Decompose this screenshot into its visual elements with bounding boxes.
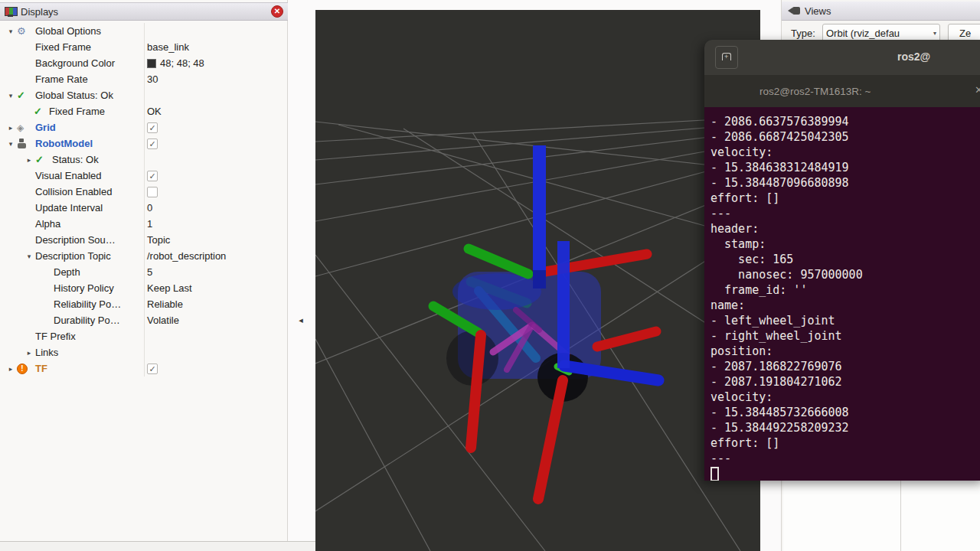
row-global-options[interactable]: ▾ ⚙ Global Options: [0, 23, 288, 39]
grid-display-icon: ◈: [17, 123, 24, 132]
row-visual-enabled[interactable]: Visual Enabled: [0, 168, 288, 184]
render-viewport-3d[interactable]: [315, 10, 760, 551]
terminal-output[interactable]: - 2086.6637576389994 - 2086.668742504230…: [704, 107, 980, 481]
terminal-headerbar[interactable]: ros2@: [704, 40, 980, 75]
row-value[interactable]: 5: [147, 264, 152, 280]
row-value[interactable]: Topic: [147, 232, 170, 248]
row-alpha[interactable]: Alpha 1: [0, 216, 288, 232]
row-value[interactable]: 0: [147, 200, 152, 216]
chevron-right-icon[interactable]: ▸: [5, 124, 17, 132]
row-label: TF: [35, 363, 47, 374]
panel-splitter[interactable]: [289, 0, 315, 541]
row-label: Collision Enabled: [35, 186, 112, 197]
row-value[interactable]: /robot_description: [147, 248, 226, 264]
close-icon[interactable]: ✕: [271, 5, 283, 18]
row-label: Global Options: [35, 25, 101, 37]
terminal-line: position:: [710, 344, 980, 359]
row-fixed-frame-status[interactable]: ✓ Fixed Frame OK: [0, 103, 288, 119]
chevron-down-icon[interactable]: ▾: [23, 253, 35, 260]
row-value[interactable]: Volatile: [147, 312, 179, 328]
row-global-status[interactable]: ▾ ✓ Global Status: Ok: [0, 87, 288, 103]
row-label: Description Sou…: [35, 234, 116, 246]
row-update-interval[interactable]: Update Interval 0: [0, 200, 288, 216]
terminal-tab-label[interactable]: ros2@ros2-TM1613R: ~: [760, 86, 871, 97]
row-label: Durability Po…: [54, 315, 120, 326]
status-ok-icon: ✓: [17, 90, 25, 100]
row-status-ok[interactable]: ▸ ✓ Status: Ok: [0, 152, 288, 168]
chevron-down-icon[interactable]: ▾: [5, 28, 17, 35]
terminal-line: header:: [710, 221, 980, 236]
row-history-policy[interactable]: History Policy Keep Last: [0, 280, 288, 296]
terminal-line: sec: 165: [710, 252, 980, 267]
terminal-tab-bar[interactable]: ros2@ros2-TM1613R: ~ ✕: [704, 75, 980, 107]
robotmodel-enabled-checkbox[interactable]: [147, 139, 158, 149]
new-tab-button[interactable]: [715, 46, 738, 69]
robot-scene: [315, 10, 760, 551]
chevron-right-icon[interactable]: ▸: [5, 365, 17, 373]
terminal-line: ---: [710, 206, 980, 221]
row-tf-prefix[interactable]: TF Prefix: [0, 328, 288, 344]
row-depth[interactable]: Depth 5: [0, 264, 288, 280]
row-label: History Policy: [54, 282, 114, 294]
type-label: Type:: [791, 28, 815, 39]
row-value[interactable]: Keep Last: [147, 280, 192, 296]
terminal-line: - 2087.191804271062: [710, 374, 980, 390]
row-tf[interactable]: ▸ ! TF: [0, 360, 288, 377]
collapse-panel-icon[interactable]: ◂: [296, 312, 306, 328]
chevron-down-icon[interactable]: ▾: [5, 140, 17, 148]
row-label: Status: Ok: [52, 154, 99, 165]
row-robotmodel[interactable]: ▾ RobotModel: [0, 135, 288, 152]
grid-enabled-checkbox[interactable]: [147, 122, 158, 133]
row-label: Alpha: [35, 218, 60, 230]
chevron-right-icon[interactable]: ▸: [23, 349, 35, 357]
collision-enabled-checkbox[interactable]: [147, 187, 158, 197]
row-description-topic[interactable]: ▾ Description Topic /robot_description: [0, 248, 288, 264]
displays-property-tree: ▾ ⚙ Global Options Fixed Frame base_link…: [0, 23, 288, 377]
terminal-window[interactable]: ros2@ ros2@ros2-TM1613R: ~ ✕ - 2086.6637…: [704, 40, 980, 481]
row-label: Reliability Po…: [54, 298, 121, 310]
color-swatch: [147, 59, 156, 68]
row-label: Frame Rate: [35, 73, 88, 85]
visual-enabled-checkbox[interactable]: [147, 171, 158, 181]
chevron-down-icon[interactable]: ▾: [5, 92, 17, 99]
robot-model: [433, 145, 658, 499]
tab-close-icon[interactable]: ✕: [975, 84, 980, 96]
chevron-right-icon[interactable]: ▸: [23, 156, 35, 164]
row-reliability-policy[interactable]: Reliability Po… Reliable: [0, 296, 288, 312]
row-frame-rate[interactable]: Frame Rate 30: [0, 71, 288, 87]
row-links[interactable]: ▸ Links: [0, 344, 288, 360]
terminal-line: - 2086.6637576389994: [710, 114, 980, 129]
views-panel-header[interactable]: Views: [782, 2, 980, 21]
row-label: Fixed Frame: [35, 41, 91, 53]
row-value[interactable]: 30: [147, 71, 158, 87]
row-value[interactable]: 1: [147, 216, 152, 232]
row-value[interactable]: Reliable: [147, 296, 183, 312]
row-description-source[interactable]: Description Sou… Topic: [0, 232, 288, 248]
displays-panel-header[interactable]: Displays ✕: [0, 2, 288, 21]
row-background-color[interactable]: Background Color 48; 48; 48: [0, 55, 288, 71]
terminal-line: velocity:: [710, 145, 980, 160]
row-value[interactable]: base_link: [147, 39, 189, 55]
terminal-cursor: [710, 467, 719, 481]
status-ok-icon: ✓: [35, 155, 44, 165]
row-label: Global Status: Ok: [35, 90, 113, 101]
terminal-line: name:: [710, 298, 980, 313]
terminal-line: nanosec: 957000000: [710, 267, 980, 282]
tf-enabled-checkbox[interactable]: [147, 364, 158, 374]
terminal-line: - left_wheel_joint: [710, 313, 980, 328]
row-grid[interactable]: ▸ ◈ Grid: [0, 119, 288, 135]
row-label: Description Topic: [35, 250, 111, 262]
terminal-line: - 15.384492258209232: [710, 420, 980, 435]
terminal-line: effort: []: [710, 435, 980, 451]
row-fixed-frame[interactable]: Fixed Frame base_link: [0, 39, 288, 55]
row-label: Links: [35, 347, 58, 358]
row-durability-policy[interactable]: Durability Po… Volatile: [0, 312, 288, 328]
views-panel-title: Views: [805, 5, 831, 17]
terminal-window-title: ros2@: [897, 51, 980, 63]
row-collision-enabled[interactable]: Collision Enabled: [0, 184, 288, 200]
row-label: Fixed Frame: [49, 106, 105, 117]
terminal-line: - 15.384487096680898: [710, 175, 980, 191]
chevron-down-icon: ▾: [933, 30, 936, 37]
row-value[interactable]: 48; 48; 48: [147, 55, 204, 71]
displays-panel-footer: [0, 541, 315, 551]
